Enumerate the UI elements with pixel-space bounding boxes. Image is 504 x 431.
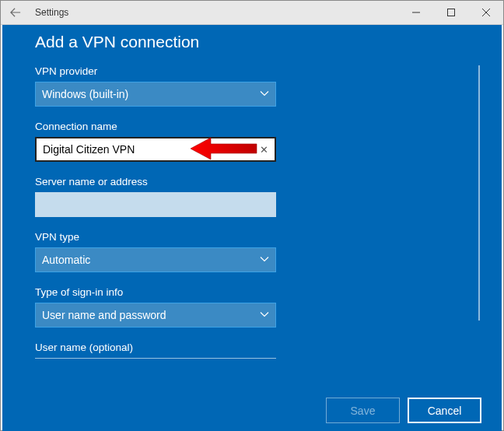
panel-wrap: Add a VPN connection VPN provider Window… — [1, 25, 503, 430]
close-button[interactable] — [468, 1, 503, 24]
server-name-input[interactable] — [35, 192, 276, 217]
field-vpn-type: VPN type Automatic — [35, 231, 276, 272]
connection-name-input[interactable] — [35, 137, 276, 162]
dialog-footer: Save Cancel — [326, 398, 481, 423]
chevron-down-icon — [260, 88, 269, 100]
form-fields: VPN provider Windows (built-in) Connecti… — [35, 65, 346, 359]
panel-title: Add a VPN connection — [35, 33, 480, 51]
field-signin-info: Type of sign-in info User name and passw… — [35, 286, 276, 328]
field-connection-name: Connection name ✕ — [35, 121, 276, 162]
select-signin-info-value: User name and password — [42, 309, 166, 321]
select-vpn-provider-value: Windows (built-in) — [42, 88, 128, 100]
window-title: Settings — [30, 7, 398, 18]
label-connection-name: Connection name — [35, 121, 276, 132]
chevron-down-icon — [260, 254, 269, 266]
scrollbar[interactable] — [478, 65, 480, 321]
cancel-button-label: Cancel — [428, 405, 462, 417]
minimize-icon — [412, 9, 420, 16]
close-icon — [482, 9, 490, 16]
connection-name-wrap: ✕ — [35, 137, 276, 162]
label-vpn-type: VPN type — [35, 231, 276, 243]
label-vpn-provider: VPN provider — [35, 65, 276, 77]
svg-rect-1 — [447, 9, 454, 16]
settings-window: Settings Add a VPN connection VPN prov — [0, 0, 504, 431]
select-vpn-type-value: Automatic — [42, 254, 90, 266]
minimize-button[interactable] — [398, 1, 433, 24]
label-username: User name (optional) — [35, 342, 276, 353]
back-button[interactable] — [1, 1, 30, 24]
clear-icon: ✕ — [260, 144, 268, 156]
label-server-name: Server name or address — [35, 176, 276, 187]
window-controls — [398, 1, 503, 24]
field-vpn-provider: VPN provider Windows (built-in) — [35, 65, 276, 107]
chevron-down-icon — [260, 309, 269, 321]
maximize-button[interactable] — [433, 1, 468, 24]
select-vpn-provider[interactable]: Windows (built-in) — [35, 82, 276, 107]
field-server-name: Server name or address — [35, 176, 276, 217]
save-button: Save — [326, 398, 400, 423]
select-signin-info[interactable]: User name and password — [35, 303, 276, 328]
cancel-button[interactable]: Cancel — [408, 398, 481, 423]
back-arrow-icon — [10, 7, 21, 18]
clear-button[interactable]: ✕ — [252, 138, 275, 161]
titlebar: Settings — [1, 1, 503, 25]
username-divider — [35, 358, 276, 359]
maximize-icon — [447, 9, 455, 16]
save-button-label: Save — [351, 405, 376, 417]
label-signin-info: Type of sign-in info — [35, 286, 276, 298]
add-vpn-panel: Add a VPN connection VPN provider Window… — [2, 25, 502, 431]
select-vpn-type[interactable]: Automatic — [35, 247, 276, 272]
field-username: User name (optional) — [35, 342, 276, 359]
form-area: VPN provider Windows (built-in) Connecti… — [35, 65, 480, 369]
